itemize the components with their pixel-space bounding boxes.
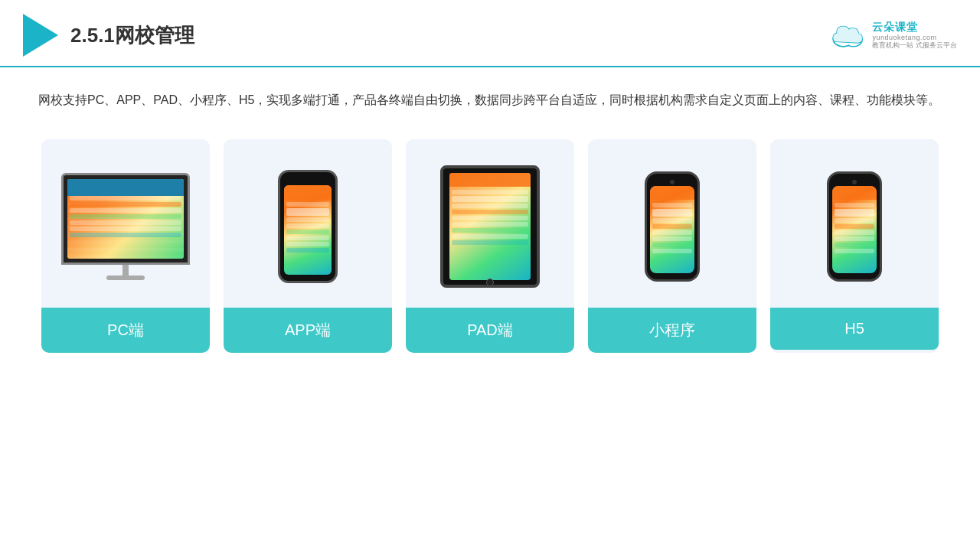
card-pc-image-area bbox=[41, 139, 210, 308]
card-h5-label: H5 bbox=[770, 308, 939, 350]
card-app-image-area bbox=[224, 139, 392, 308]
phone-mockup bbox=[278, 170, 338, 283]
card-pc: PC端 bbox=[41, 139, 210, 353]
card-h5-image-area bbox=[770, 139, 939, 308]
mini-phone-mockup-h5 bbox=[827, 171, 882, 282]
card-miniprogram-image-area bbox=[588, 139, 756, 308]
phone-notch bbox=[299, 178, 316, 182]
card-pc-label: PC端 bbox=[41, 308, 210, 353]
mini-phone-camera bbox=[670, 180, 675, 184]
tablet-home-button bbox=[486, 279, 494, 286]
card-app-label: APP端 bbox=[224, 308, 392, 353]
main-content: 网校支持PC、APP、PAD、小程序、H5，实现多端打通，产品各终端自由切换，数… bbox=[0, 67, 980, 368]
cloud-icon bbox=[829, 21, 867, 49]
cloud-logo: 云朵课堂 yunduoketang.com 教育机构一站 式服务云平台 bbox=[829, 21, 957, 50]
monitor-stand bbox=[122, 265, 129, 276]
card-miniprogram: 小程序 bbox=[588, 139, 756, 353]
mini-phone-mockup-miniprogram bbox=[645, 171, 700, 282]
monitor-screen-outer bbox=[61, 173, 190, 265]
card-pad-label: PAD端 bbox=[406, 308, 574, 353]
monitor-mockup bbox=[61, 173, 190, 280]
mini-phone-screen-miniprogram bbox=[650, 186, 694, 273]
logo-main-text: 云朵课堂 bbox=[872, 21, 918, 34]
logo-url-text: yunduoketang.com bbox=[872, 34, 936, 42]
platform-cards-container: PC端 bbox=[38, 139, 942, 353]
tablet-mockup bbox=[440, 165, 540, 288]
card-miniprogram-label: 小程序 bbox=[588, 308, 756, 353]
card-pad-image-area bbox=[406, 139, 574, 308]
card-h5: H5 bbox=[770, 139, 939, 353]
description-text: 网校支持PC、APP、PAD、小程序、H5，实现多端打通，产品各终端自由切换，数… bbox=[38, 89, 942, 112]
logo-text-block: 云朵课堂 yunduoketang.com 教育机构一站 式服务云平台 bbox=[872, 21, 957, 50]
logo-tagline: 教育机构一站 式服务云平台 bbox=[872, 41, 957, 50]
tablet-screen bbox=[449, 173, 531, 280]
page-title: 2.5.1网校管理 bbox=[70, 22, 194, 49]
card-app: APP端 bbox=[224, 139, 392, 353]
monitor-screen-inner bbox=[67, 179, 184, 259]
monitor-base bbox=[106, 276, 145, 280]
mini-phone-screen-h5 bbox=[832, 186, 877, 273]
brand-triangle-icon bbox=[23, 14, 58, 57]
header-left: 2.5.1网校管理 bbox=[23, 14, 194, 57]
phone-screen bbox=[284, 185, 332, 275]
page-header: 2.5.1网校管理 云朵课堂 yunduoketang.com 教育机构一站 式… bbox=[0, 0, 980, 67]
mini-phone-camera-h5 bbox=[852, 180, 857, 184]
card-pad: PAD端 bbox=[406, 139, 574, 353]
